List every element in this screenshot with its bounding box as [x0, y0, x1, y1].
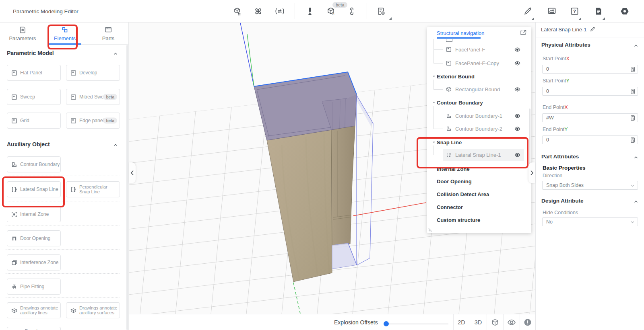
svg-text:?: ? [573, 9, 576, 14]
svg-text:fx: fx [332, 11, 334, 15]
